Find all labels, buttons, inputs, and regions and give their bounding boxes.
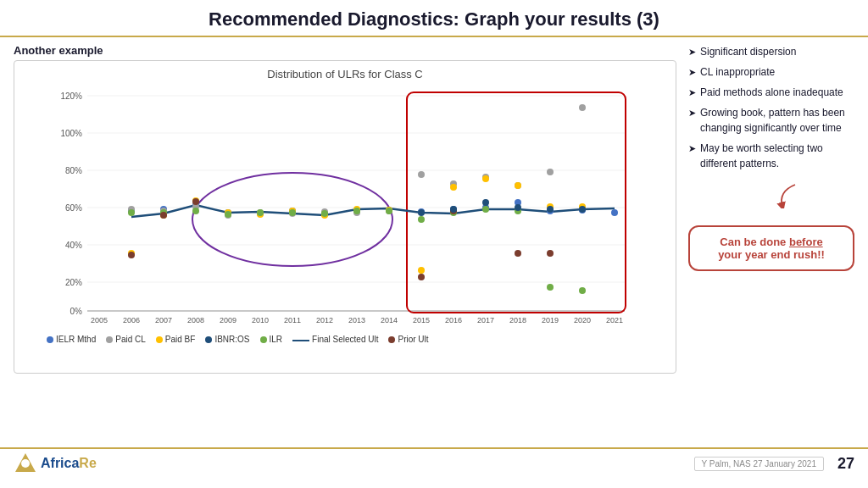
svg-point-85: [289, 209, 296, 216]
svg-point-106: [547, 206, 554, 213]
svg-point-100: [515, 250, 521, 257]
svg-text:2015: 2015: [413, 316, 430, 324]
svg-point-93: [547, 284, 554, 291]
bullet-3: ➤ Paid methods alone inadequate: [688, 85, 854, 100]
legend-ilr: ILR: [260, 335, 283, 344]
svg-text:0%: 0%: [70, 307, 83, 316]
footer-right: Y Palm, NAS 27 January 2021 27: [694, 455, 854, 473]
svg-point-83: [225, 211, 231, 218]
svg-text:2011: 2011: [284, 316, 301, 324]
chart-svg: 120% 100% 80% 60% 40% 20% 0% 2005: [21, 84, 669, 330]
svg-point-105: [515, 204, 521, 211]
arrow-icon-5: ➤: [688, 141, 696, 156]
svg-point-32: [192, 173, 392, 266]
svg-point-109: [21, 459, 30, 468]
legend-ibnros: IBNR:OS: [205, 335, 249, 344]
svg-text:2007: 2007: [155, 316, 172, 324]
svg-point-59: [418, 171, 425, 178]
svg-point-64: [579, 104, 586, 111]
bullet-1: ➤ Significant dispersion: [688, 44, 854, 59]
svg-point-104: [482, 199, 489, 206]
svg-text:120%: 120%: [60, 92, 82, 101]
svg-text:2005: 2005: [91, 316, 108, 324]
svg-point-49: [611, 209, 618, 216]
svg-text:2010: 2010: [252, 316, 269, 324]
svg-point-75: [450, 184, 457, 191]
svg-text:2008: 2008: [187, 316, 204, 324]
logo: AfricaRe: [14, 452, 97, 475]
bullet-list: ➤ Significant dispersion ➤ CL inappropri…: [688, 44, 854, 176]
footer-meta: Y Palm, NAS 27 January 2021: [694, 457, 824, 471]
legend-prior: Prior Ult: [388, 335, 428, 344]
chart-section: Another example Distribution of ULRs for…: [14, 44, 676, 444]
callout-text: Can be done before your year end rush!!: [718, 236, 825, 261]
chart-legend: IELR Mthd Paid CL Paid BF IBNR:OS ILR: [21, 335, 669, 344]
svg-point-101: [547, 250, 554, 257]
svg-point-74: [418, 267, 425, 274]
svg-point-84: [257, 209, 264, 216]
svg-text:20%: 20%: [65, 278, 82, 287]
svg-text:100%: 100%: [60, 129, 82, 138]
svg-point-96: [160, 212, 167, 219]
svg-point-76: [482, 175, 489, 182]
svg-point-87: [353, 208, 360, 214]
svg-point-107: [579, 206, 586, 213]
svg-point-102: [418, 209, 425, 216]
svg-text:40%: 40%: [65, 241, 82, 250]
callout-box: Can be done before your year end rush!!: [688, 225, 854, 271]
legend-paidbf: Paid BF: [156, 335, 196, 344]
svg-text:2012: 2012: [316, 316, 333, 324]
svg-text:2018: 2018: [509, 316, 526, 324]
svg-point-91: [482, 206, 489, 213]
chart-title: Distribution of ULRs for Class C: [21, 68, 669, 80]
legend-ielr: IELR Mthd: [47, 335, 96, 344]
svg-text:60%: 60%: [65, 203, 82, 213]
svg-text:2014: 2014: [381, 316, 398, 324]
svg-text:80%: 80%: [65, 166, 82, 175]
section-label: Another example: [14, 44, 676, 57]
legend-paidcl: Paid CL: [106, 335, 146, 344]
bullet-4: ➤ Growing book, pattern has been changin…: [688, 105, 854, 136]
svg-point-80: [128, 209, 135, 216]
svg-point-88: [386, 208, 392, 214]
svg-point-95: [128, 252, 135, 258]
arrow-icon-3: ➤: [688, 86, 696, 100]
slide-title: Recommended Diagnostics: Graph your resu…: [0, 0, 868, 37]
svg-point-103: [450, 206, 457, 213]
bullet-2: ➤ CL inappropriate: [688, 64, 854, 80]
svg-text:2021: 2021: [606, 316, 623, 324]
arrow-icon-1: ➤: [688, 45, 696, 59]
svg-point-63: [547, 169, 554, 175]
legend-final: Final Selected Ult: [292, 335, 378, 344]
logo-icon: [14, 452, 37, 475]
svg-point-98: [418, 274, 425, 280]
svg-text:2009: 2009: [220, 316, 236, 324]
footer: AfricaRe Y Palm, NAS 27 January 2021 27: [0, 447, 868, 478]
svg-text:2006: 2006: [123, 316, 140, 324]
callout-arrow-icon: [770, 183, 804, 208]
arrow-icon-2: ➤: [688, 65, 696, 80]
svg-point-97: [192, 198, 199, 205]
svg-point-89: [418, 216, 425, 223]
svg-point-77: [515, 182, 521, 189]
svg-text:2020: 2020: [574, 316, 591, 324]
svg-text:2016: 2016: [445, 316, 462, 324]
svg-point-82: [192, 208, 199, 214]
svg-text:2017: 2017: [477, 316, 494, 324]
chart-container: Distribution of ULRs for Class C 120% 10…: [14, 60, 676, 374]
arrow-icon-4: ➤: [688, 106, 696, 120]
bullet-5: ➤ May be worth selecting two different p…: [688, 141, 854, 171]
svg-text:2019: 2019: [542, 316, 559, 324]
right-panel: ➤ Significant dispersion ➤ CL inappropri…: [676, 44, 854, 444]
svg-text:2013: 2013: [348, 316, 365, 324]
page-number: 27: [837, 455, 854, 473]
logo-text: AfricaRe: [41, 456, 97, 471]
svg-point-86: [321, 210, 328, 217]
svg-point-94: [579, 287, 586, 294]
